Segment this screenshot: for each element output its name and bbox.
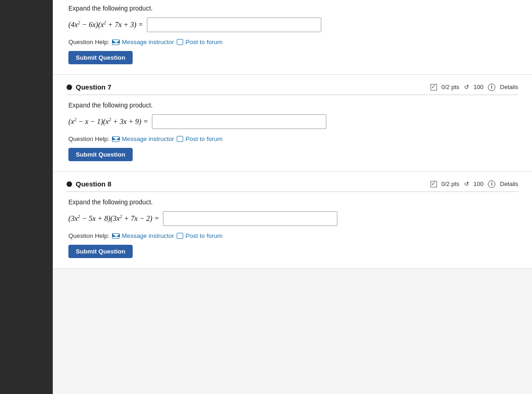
q7-details-link[interactable]: Details — [500, 84, 518, 90]
q7-help-label: Question Help: — [68, 135, 109, 142]
main-content: Expand the following product. (4x2 − 6x)… — [53, 0, 532, 394]
speech-icon — [177, 39, 183, 45]
q7-body: Expand the following product. (x2 − x − … — [67, 101, 518, 161]
q8-help-label: Question Help: — [68, 232, 109, 239]
q7-info-icon[interactable]: i — [488, 84, 495, 91]
q8-body: Expand the following product. (3x2 − 5x … — [67, 198, 518, 258]
question-8-block: Question 8 0/2 pts ↺ 100 i Details Expan… — [53, 172, 532, 269]
q8-post-to-forum-label: Post to forum — [185, 232, 222, 239]
q8-meta: 0/2 pts ↺ 100 i Details — [431, 180, 518, 188]
envelope-icon — [112, 39, 119, 45]
q8-envelope-icon — [112, 233, 119, 239]
q7-math-expr: (x2 − x − 1)(x2 + 3x + 9) = — [68, 117, 148, 126]
q7-message-instructor-link[interactable]: Message instructor — [112, 135, 174, 142]
q6-answer-input[interactable] — [147, 17, 321, 32]
q8-submit-button[interactable]: Submit Question — [68, 245, 133, 258]
q8-equation-row: (3x2 − 5x + 8)(3x2 + 7x − 2) = — [68, 211, 518, 226]
q8-checkbox-icon — [431, 181, 437, 187]
q8-message-instructor-label: Message instructor — [122, 232, 174, 239]
q7-checkbox-icon — [431, 84, 437, 90]
question-6-body: Expand the following product. (4x2 − 6x)… — [67, 5, 518, 64]
q7-post-to-forum-label: Post to forum — [185, 135, 222, 142]
q8-retry-icon: ↺ — [464, 180, 469, 187]
q8-pts: 0/2 pts — [442, 180, 459, 187]
q6-math-expr: (4x2 − 6x)(x2 + 7x + 3) = — [68, 20, 143, 29]
q7-post-to-forum-link[interactable]: Post to forum — [177, 135, 222, 142]
q7-submit-button[interactable]: Submit Question — [68, 148, 133, 161]
q7-message-instructor-label: Message instructor — [122, 135, 174, 142]
q6-equation-row: (4x2 − 6x)(x2 + 7x + 3) = — [68, 17, 518, 32]
q7-help-row: Question Help: Message instructor Post t… — [68, 135, 518, 142]
q6-help-row: Question Help: Message instructor Post t… — [68, 39, 518, 45]
left-sidebar — [0, 0, 53, 394]
q6-post-to-forum-label: Post to forum — [185, 39, 222, 45]
q8-message-instructor-link[interactable]: Message instructor — [112, 232, 174, 239]
q8-dot — [67, 181, 72, 187]
q6-post-to-forum-link[interactable]: Post to forum — [177, 39, 222, 45]
question-7-block: Question 7 0/2 pts ↺ 100 i Details Expan… — [53, 75, 532, 172]
q8-post-to-forum-link[interactable]: Post to forum — [177, 232, 222, 239]
question-6-partial-block: Expand the following product. (4x2 − 6x)… — [53, 0, 532, 75]
q7-speech-icon — [177, 136, 183, 142]
q8-title: Question 8 — [76, 180, 112, 188]
q7-title-area: Question 7 — [67, 83, 112, 91]
q8-details-link[interactable]: Details — [500, 180, 518, 187]
q7-equation-row: (x2 − x − 1)(x2 + 3x + 9) = — [68, 114, 518, 129]
q7-header: Question 7 0/2 pts ↺ 100 i Details — [67, 83, 518, 95]
q8-answer-input[interactable] — [163, 211, 337, 226]
q7-title: Question 7 — [76, 83, 112, 91]
q6-instruction: Expand the following product. — [68, 5, 518, 12]
q7-envelope-icon — [112, 136, 119, 142]
q8-math-expr: (3x2 − 5x + 8)(3x2 + 7x − 2) = — [68, 214, 159, 223]
q6-submit-button[interactable]: Submit Question — [68, 51, 133, 64]
q6-message-instructor-link[interactable]: Message instructor — [112, 39, 174, 45]
q6-help-label: Question Help: — [68, 39, 109, 45]
q7-instruction: Expand the following product. — [68, 101, 518, 109]
q6-message-instructor-label: Message instructor — [122, 39, 174, 45]
q7-meta: 0/2 pts ↺ 100 i Details — [431, 84, 518, 91]
q8-help-row: Question Help: Message instructor Post t… — [68, 232, 518, 239]
q8-retries: 100 — [474, 180, 484, 187]
q7-pts: 0/2 pts — [442, 84, 459, 90]
q8-info-icon[interactable]: i — [488, 180, 495, 188]
q8-speech-icon — [177, 233, 183, 239]
q7-retry-icon: ↺ — [464, 84, 469, 90]
q8-instruction: Expand the following product. — [68, 198, 518, 206]
q8-title-area: Question 8 — [67, 180, 112, 188]
page-wrapper: Expand the following product. (4x2 − 6x)… — [0, 0, 532, 394]
q7-retries: 100 — [474, 84, 484, 90]
q7-answer-input[interactable] — [152, 114, 326, 129]
q8-header: Question 8 0/2 pts ↺ 100 i Details — [67, 180, 518, 192]
q7-dot — [67, 84, 72, 90]
